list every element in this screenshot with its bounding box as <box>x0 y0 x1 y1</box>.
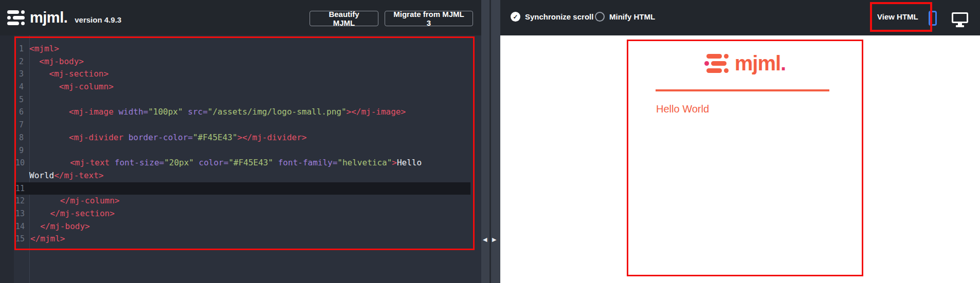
code-line[interactable]: 14 </mj-body> <box>15 220 470 233</box>
collapse-left-icon[interactable]: ◀ <box>483 236 487 243</box>
line-number: 5 <box>15 93 29 106</box>
line-content: </mj-section> <box>30 207 470 220</box>
line-number: 7 <box>15 119 29 131</box>
line-number: 6 <box>15 106 29 119</box>
line-number: 10 <box>15 157 30 169</box>
line-content: </mj-column> <box>30 195 470 207</box>
line-number: 15 <box>15 233 30 246</box>
beautify-mjml-button[interactable]: Beautify MJML <box>310 11 378 26</box>
code-line[interactable]: 5 <box>15 93 470 106</box>
code-line[interactable]: 6 <mj-image width="100px" src="/assets/i… <box>15 106 470 119</box>
line-number: 9 <box>15 144 29 157</box>
splitter-groove <box>489 0 491 283</box>
line-number: 4 <box>15 81 29 93</box>
code-line[interactable]: 1<mjml> <box>15 43 470 55</box>
view-html-button[interactable]: View HTML <box>877 12 918 21</box>
preview-mjml-logo-icon <box>704 54 729 73</box>
line-content: <mj-image width="100px" src="/assets/img… <box>29 106 470 119</box>
code-line[interactable]: 15</mjml> <box>15 233 470 246</box>
line-content: </mjml> <box>30 233 470 246</box>
minify-html-checkbox-unchecked-icon[interactable] <box>595 12 605 22</box>
line-content <box>29 119 470 131</box>
synchronize-scroll-checkbox-checked-icon[interactable]: ✓ <box>511 12 520 22</box>
code-line[interactable]: 9 <box>15 144 470 157</box>
line-content: World</mj-text> <box>29 169 470 182</box>
brand-title: mjml. <box>30 9 67 26</box>
line-content <box>29 93 470 106</box>
code-line[interactable]: 2 <mj-body> <box>15 55 470 68</box>
line-content: <mj-body> <box>29 55 470 68</box>
minify-html-label: Minify HTML <box>609 12 655 21</box>
synchronize-scroll-control[interactable]: ✓ Synchronize scroll <box>511 12 593 22</box>
line-content: <mj-column> <box>29 81 470 93</box>
line-number <box>15 169 29 182</box>
code-line[interactable]: World</mj-text> <box>15 169 470 182</box>
migrate-from-mjml3-button[interactable]: Migrate from MJML 3 <box>385 11 473 26</box>
code-line[interactable]: 3 <mj-section> <box>15 68 470 81</box>
line-number: 2 <box>15 55 29 68</box>
preview-mjml-logo-text: mjml. <box>735 52 786 75</box>
line-content: <mj-divider border-color="#F45E43"></mj-… <box>29 131 470 144</box>
desktop-view-icon[interactable] <box>952 12 968 27</box>
code-lines[interactable]: 1<mjml>2 <mj-body>3 <mj-section>4 <mj-co… <box>15 43 470 246</box>
mjml-logo-icon <box>7 10 25 25</box>
line-number: 3 <box>15 68 29 81</box>
version-label: version 4.9.3 <box>75 12 121 24</box>
mjml-try-it-live-app: mjml. version 4.9.3 Beautify MJML Migrat… <box>0 0 980 283</box>
header-left: mjml. version 4.9.3 Beautify MJML Migrat… <box>0 0 481 35</box>
minify-html-control[interactable]: Minify HTML <box>595 12 655 22</box>
line-content <box>30 182 470 195</box>
code-line[interactable]: 10 <mj-text font-size="20px" color="#F45… <box>15 157 470 169</box>
code-line[interactable]: 12 </mj-column> <box>15 195 470 207</box>
mjml-brand: mjml. version 4.9.3 <box>7 9 121 26</box>
line-content <box>29 144 470 157</box>
line-content: </mj-body> <box>30 220 470 233</box>
code-line[interactable]: 4 <mj-column> <box>15 81 470 93</box>
mobile-view-icon[interactable] <box>929 11 937 26</box>
line-number: 12 <box>15 195 30 207</box>
line-number: 1 <box>15 43 29 55</box>
line-number: 11 <box>15 182 30 195</box>
preview-hello-world-text: Hello World <box>656 103 709 115</box>
code-line[interactable]: 7 <box>15 119 470 131</box>
mjml-code-editor[interactable]: 1<mjml>2 <mj-body>3 <mj-section>4 <mj-co… <box>0 35 481 283</box>
line-number: 13 <box>15 207 30 220</box>
code-line[interactable]: 8 <mj-divider border-color="#F45E43"></m… <box>15 131 470 144</box>
line-content: <mjml> <box>29 43 470 55</box>
editor-left-margin <box>0 35 14 283</box>
preview-mjml-logo: mjml. <box>627 52 863 75</box>
synchronize-scroll-label: Synchronize scroll <box>525 12 593 21</box>
pane-splitter[interactable]: ◀ ▶ <box>481 0 500 283</box>
line-number: 14 <box>15 220 30 233</box>
line-content: <mj-text font-size="20px" color="#F45E43… <box>30 157 470 169</box>
code-line[interactable]: 11 <box>15 182 470 195</box>
line-content: <mj-section> <box>29 68 470 81</box>
code-line[interactable]: 13 </mj-section> <box>15 207 470 220</box>
collapse-right-icon[interactable]: ▶ <box>492 236 496 243</box>
line-number: 8 <box>15 131 29 144</box>
preview-divider-rule <box>656 89 829 91</box>
